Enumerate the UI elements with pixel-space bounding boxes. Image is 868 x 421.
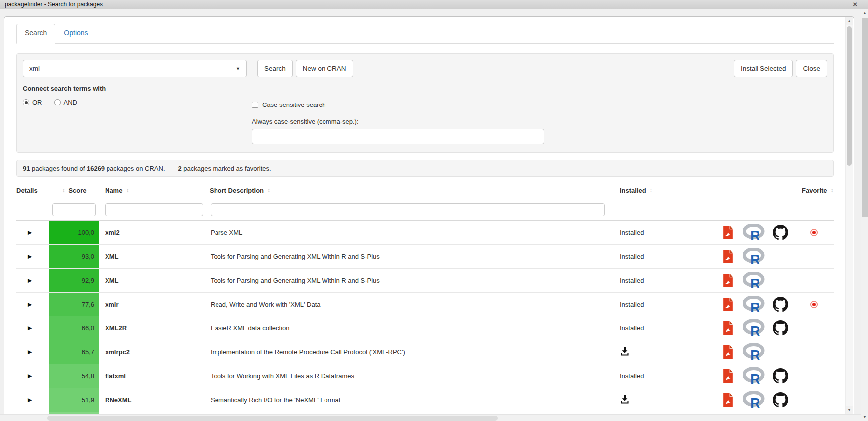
favorite-radio[interactable]	[810, 229, 818, 236]
header-details[interactable]: Details	[16, 187, 49, 194]
new-on-cran-button[interactable]: New on CRAN	[296, 60, 353, 77]
github-icon[interactable]	[766, 364, 794, 388]
scroll-up-icon[interactable]: ▲	[861, 9, 868, 17]
header-installed[interactable]: Installed↕	[617, 187, 714, 194]
expand-row-icon[interactable]: ▶	[16, 373, 49, 379]
panel-scrollbar[interactable]: ▴ ▾	[845, 17, 853, 414]
r-project-icon[interactable]: R	[742, 269, 766, 292]
pdf-icon[interactable]	[714, 316, 742, 340]
window-close-icon[interactable]: ×	[853, 0, 857, 9]
score-filter-input[interactable]	[52, 203, 96, 216]
search-term-combobox[interactable]: xml ▼	[23, 60, 247, 77]
svg-text:R: R	[750, 395, 760, 409]
header-favorite[interactable]: Favorite↕	[794, 187, 834, 194]
sort-icon[interactable]: ↕	[126, 187, 129, 194]
svg-text:R: R	[750, 252, 760, 266]
table-row: ▶ 54,8 flatxml Tools for Working with XM…	[16, 364, 834, 388]
r-project-icon[interactable]: R	[742, 364, 766, 388]
chevron-down-icon: ▼	[236, 66, 240, 71]
package-name: XML2R	[99, 324, 210, 332]
r-project-icon[interactable]: R	[742, 293, 766, 316]
window-horizontal-scrollbar[interactable]	[0, 414, 861, 421]
tab-search[interactable]: Search	[16, 24, 55, 44]
r-project-icon[interactable]: R	[742, 388, 766, 412]
table-body: ▶ 100,0 xml2 Parse XML Installed R	[16, 221, 834, 421]
scroll-down-icon[interactable]: ▾	[846, 406, 853, 414]
favorite-cell	[794, 364, 834, 388]
package-description: Tools for Working with XML Files as R Da…	[210, 372, 617, 380]
expand-row-icon[interactable]: ▶	[16, 397, 49, 403]
package-description: Parse XML	[210, 229, 617, 236]
svg-text:R: R	[750, 323, 760, 337]
favorites-count: 2	[178, 165, 182, 172]
sort-icon[interactable]: ↕	[650, 187, 652, 194]
radio-or-circle[interactable]	[23, 99, 29, 105]
radio-and[interactable]: AND	[54, 99, 77, 106]
pdf-icon[interactable]	[714, 340, 742, 364]
favorite-radio[interactable]	[810, 301, 818, 308]
window-hscroll-thumb[interactable]	[47, 416, 498, 421]
package-description: EasieR XML data collection	[210, 324, 617, 332]
svg-text:R: R	[750, 347, 760, 361]
expand-row-icon[interactable]: ▶	[16, 349, 49, 355]
case-sensitive-option[interactable]: Case sensitive search	[252, 101, 544, 108]
tab-options[interactable]: Options	[55, 24, 96, 43]
search-term-value: xml	[29, 65, 236, 72]
table-row: ▶ 77,6 xmlr Read, Write and Work with 'X…	[16, 293, 834, 316]
pdf-icon[interactable]	[714, 269, 742, 292]
expand-row-icon[interactable]: ▶	[16, 301, 49, 308]
total-text: packages on CRAN.	[105, 165, 165, 172]
expand-row-icon[interactable]: ▶	[16, 325, 49, 331]
r-project-icon[interactable]: R	[742, 316, 766, 340]
expand-row-icon[interactable]: ▶	[16, 229, 49, 236]
panel-scrollbar-thumb[interactable]	[847, 26, 852, 166]
window-vertical-scrollbar[interactable]: ▲ ▼	[861, 9, 868, 421]
radio-and-circle[interactable]	[54, 99, 61, 105]
github-icon[interactable]	[766, 316, 794, 340]
expand-row-icon[interactable]: ▶	[16, 253, 49, 260]
installed-cell: Installed	[617, 301, 714, 308]
pdf-icon[interactable]	[714, 293, 742, 316]
pdf-icon[interactable]	[714, 221, 742, 244]
download-icon[interactable]	[620, 346, 630, 358]
total-count: 16269	[87, 165, 105, 172]
header-score[interactable]: ↕Score	[49, 187, 99, 194]
github-icon[interactable]	[766, 388, 794, 412]
window-vscroll-thumb[interactable]	[862, 18, 868, 217]
sort-icon[interactable]: ↕	[267, 187, 270, 194]
pdf-icon[interactable]	[714, 364, 742, 388]
table-row: ▶ 93,0 XML Tools for Parsing and Generat…	[16, 245, 834, 269]
r-project-icon[interactable]: R	[742, 340, 766, 364]
svg-text:R: R	[750, 371, 760, 385]
github-icon[interactable]	[766, 293, 794, 316]
search-button[interactable]: Search	[257, 60, 293, 77]
package-description: Semantically Rich I/O for the 'NeXML' Fo…	[210, 396, 617, 404]
always-case-input[interactable]	[252, 129, 544, 144]
r-project-icon[interactable]: R	[742, 245, 766, 268]
github-icon[interactable]	[766, 221, 794, 244]
description-filter-input[interactable]	[211, 203, 605, 216]
case-sensitive-checkbox[interactable]	[252, 102, 258, 108]
radio-or[interactable]: OR	[23, 99, 42, 106]
header-short-description[interactable]: Short Description↕	[210, 187, 617, 194]
r-project-icon[interactable]: R	[742, 221, 766, 244]
svg-text:R: R	[750, 300, 760, 314]
sort-icon[interactable]: ↕	[831, 187, 834, 194]
expand-row-icon[interactable]: ▶	[16, 277, 49, 284]
score-cell: 100,0	[49, 221, 99, 244]
download-icon[interactable]	[620, 394, 630, 406]
install-selected-button[interactable]: Install Selected	[734, 60, 793, 77]
close-button[interactable]: Close	[796, 60, 827, 77]
always-case-label: Always case-sensitive (comma-sep.):	[252, 118, 544, 125]
found-count: 91	[23, 165, 30, 172]
scroll-up-icon[interactable]: ▴	[846, 17, 853, 25]
pdf-icon[interactable]	[714, 245, 742, 268]
scroll-down-icon[interactable]: ▼	[861, 413, 868, 421]
header-name[interactable]: Name↕	[99, 187, 210, 194]
results-table: Details ↕Score Name↕ Short Description↕ …	[16, 182, 834, 421]
sort-icon[interactable]: ↕	[62, 187, 65, 194]
installed-cell: Installed	[617, 372, 714, 380]
name-filter-input[interactable]	[105, 203, 203, 216]
installed-label: Installed	[620, 324, 644, 332]
pdf-icon[interactable]	[714, 388, 742, 412]
